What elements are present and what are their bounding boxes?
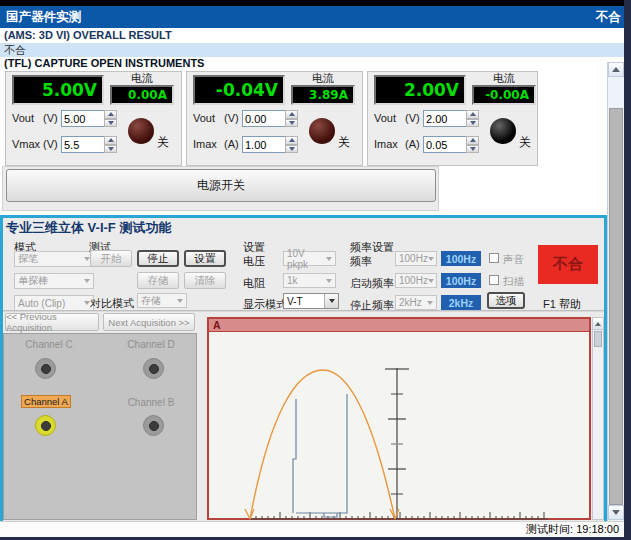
- display-mode-value: V-T: [284, 296, 303, 307]
- window-vertical-scrollbar[interactable]: [607, 62, 624, 521]
- waveform-plot[interactable]: [209, 332, 589, 520]
- vmax-unit: (V): [43, 138, 58, 150]
- previous-acquisition-button[interactable]: << Previous Acquisition: [5, 313, 99, 331]
- channel-d-connector[interactable]: [143, 358, 164, 379]
- sound-checkbox-label: 声音: [503, 253, 524, 267]
- graph-pane-header[interactable]: A: [209, 319, 589, 332]
- vout-label: Vout: [193, 112, 215, 124]
- vout-field[interactable]: [423, 110, 467, 127]
- spinner-down-icon[interactable]: [285, 145, 298, 154]
- scrollbar-thumb[interactable]: [609, 108, 623, 505]
- vout-unit: (V): [43, 112, 58, 124]
- compare-mode-value: 存储: [141, 294, 161, 308]
- sound-checkbox[interactable]: [489, 253, 499, 263]
- window-title: 国产器件实测: [6, 9, 81, 26]
- power-knob[interactable]: [128, 118, 154, 144]
- clear-button[interactable]: 清除: [184, 272, 226, 289]
- mode-dropdown-1[interactable]: 探笔: [14, 251, 94, 267]
- chevron-down-icon: [177, 299, 183, 303]
- compare-mode-label: 对比模式: [90, 296, 134, 311]
- voltage-dropdown[interactable]: 10V pkpk: [283, 251, 336, 266]
- setup-button[interactable]: 设置: [184, 250, 226, 267]
- chevron-down-icon: [326, 279, 332, 283]
- current-display: 0.00A: [110, 85, 174, 105]
- resistance-dropdown[interactable]: 1k: [283, 273, 336, 288]
- channel-b-connector[interactable]: [143, 415, 164, 436]
- imax-field[interactable]: [423, 136, 467, 153]
- spinner-up-icon[interactable]: [104, 136, 117, 145]
- spinner-down-icon[interactable]: [104, 145, 117, 154]
- stop-button[interactable]: 停止: [137, 250, 179, 267]
- scan-checkbox[interactable]: [489, 275, 499, 285]
- start-freq-label: 启动频率: [350, 276, 394, 291]
- vout-field[interactable]: [242, 110, 286, 127]
- freq-label: 频率: [350, 254, 372, 269]
- vmax-field[interactable]: [61, 136, 105, 153]
- graph-vertical-scrollbar[interactable]: [592, 317, 604, 520]
- knob-off-label: 关: [338, 134, 350, 151]
- vif-section-title: 专业三维立体 V-I-F 测试功能: [6, 219, 171, 237]
- stop-freq-badge: 2kHz: [441, 295, 481, 310]
- channel-d-label: Channel D: [116, 339, 186, 350]
- spinner-down-icon[interactable]: [466, 145, 479, 154]
- spinner-down-icon[interactable]: [285, 119, 298, 128]
- vmax-stepper[interactable]: [104, 136, 117, 153]
- power-knob[interactable]: [490, 118, 516, 144]
- vout-stepper[interactable]: [285, 110, 298, 127]
- save-button[interactable]: 存储: [137, 272, 179, 289]
- spinner-down-icon[interactable]: [104, 119, 117, 128]
- start-freq-dropdown[interactable]: 100Hz: [395, 273, 437, 288]
- freq-badge: 100Hz: [441, 251, 481, 266]
- mode-dropdown-2[interactable]: 单探棒: [14, 273, 94, 289]
- voltage-display: -0.04V: [193, 75, 285, 105]
- channel-c-connector[interactable]: [35, 358, 56, 379]
- channel-a-label[interactable]: Channel A: [21, 395, 71, 408]
- mode-dropdown-3-value: Auto (Clip): [18, 298, 65, 309]
- next-acquisition-button[interactable]: Next Acquisition >>: [103, 313, 195, 331]
- vout-stepper[interactable]: [104, 110, 117, 127]
- voltage-display: 5.00V: [12, 75, 104, 105]
- knob-off-label: 关: [157, 134, 169, 151]
- vout-unit: (V): [224, 112, 239, 124]
- vout-stepper[interactable]: [466, 110, 479, 127]
- compare-mode-dropdown[interactable]: 存储: [137, 293, 187, 308]
- spinner-up-icon[interactable]: [285, 136, 298, 145]
- current-display: -0.00A: [472, 85, 536, 105]
- power-switch-button[interactable]: 电源开关: [6, 169, 436, 202]
- voltage-dropdown-value: 10V pkpk: [287, 248, 326, 270]
- imax-stepper[interactable]: [466, 136, 479, 153]
- options-button[interactable]: 选项: [487, 292, 525, 309]
- scroll-up-icon[interactable]: [608, 62, 624, 77]
- scrollbar-thumb[interactable]: [594, 331, 602, 347]
- imax-field[interactable]: [242, 136, 286, 153]
- channel-a-connector[interactable]: [35, 415, 56, 436]
- scroll-up-icon[interactable]: [593, 318, 603, 330]
- app-window: 国产器件实测 不合 (AMS: 3D VI) OVERALL RESULT 不合…: [0, 0, 631, 540]
- imax-stepper[interactable]: [285, 136, 298, 153]
- vmax-label: Vmax: [12, 138, 40, 150]
- settings-group-label: 设置: [243, 240, 265, 255]
- power-supply-panel-2: -0.04V 电流 3.89A Vout (V) Imax (A): [186, 71, 363, 166]
- scroll-down-icon[interactable]: [608, 505, 624, 520]
- stop-freq-dropdown[interactable]: 2kHz: [395, 295, 437, 310]
- power-knob[interactable]: [309, 118, 335, 144]
- freq-dropdown[interactable]: 100Hz: [395, 251, 437, 266]
- spinner-up-icon[interactable]: [104, 110, 117, 119]
- chevron-down-icon[interactable]: [324, 294, 338, 308]
- mode-dropdown-3[interactable]: Auto (Clip): [14, 295, 94, 311]
- start-button[interactable]: 开始: [90, 250, 132, 267]
- graph-pane: A: [207, 317, 591, 520]
- ams-result-value[interactable]: 不合: [0, 43, 631, 57]
- spinner-up-icon[interactable]: [466, 136, 479, 145]
- spinner-up-icon[interactable]: [285, 110, 298, 119]
- channel-b-label: Channel B: [116, 397, 186, 408]
- vout-field[interactable]: [61, 110, 105, 127]
- blue-pulse-trace: [293, 394, 347, 517]
- vout-unit: (V): [405, 112, 420, 124]
- imax-unit: (A): [405, 138, 420, 150]
- graph-pane-label: A: [213, 319, 221, 331]
- chevron-down-icon: [428, 279, 434, 283]
- display-mode-dropdown[interactable]: V-T: [283, 293, 339, 309]
- spinner-down-icon[interactable]: [466, 119, 479, 128]
- spinner-up-icon[interactable]: [466, 110, 479, 119]
